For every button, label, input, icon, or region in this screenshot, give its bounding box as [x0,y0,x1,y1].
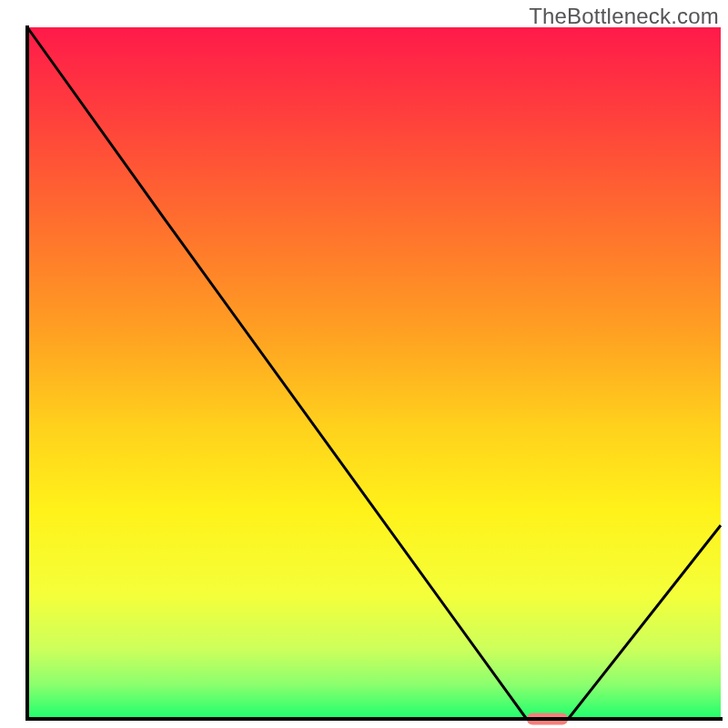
chart-background [27,27,721,719]
chart-container: { "watermark": "TheBottleneck.com", "cha… [0,0,728,728]
watermark-text: TheBottleneck.com [529,4,719,29]
bottleneck-chart [0,0,728,728]
